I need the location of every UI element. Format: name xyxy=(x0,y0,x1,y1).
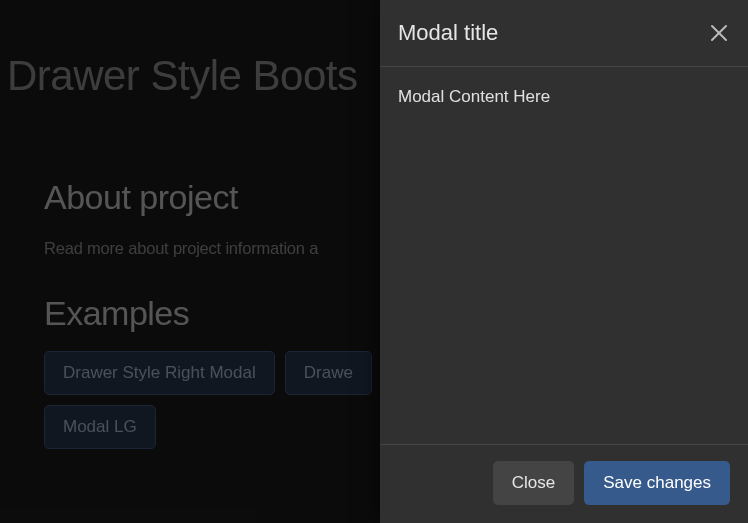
close-icon[interactable] xyxy=(708,22,730,44)
modal-drawer: Modal title Modal Content Here Close Sav… xyxy=(380,0,748,523)
modal-title: Modal title xyxy=(398,20,498,46)
save-changes-button[interactable]: Save changes xyxy=(584,461,730,505)
close-button[interactable]: Close xyxy=(493,461,574,505)
modal-footer: Close Save changes xyxy=(380,445,748,523)
modal-header: Modal title xyxy=(380,0,748,67)
modal-body: Modal Content Here xyxy=(380,67,748,445)
